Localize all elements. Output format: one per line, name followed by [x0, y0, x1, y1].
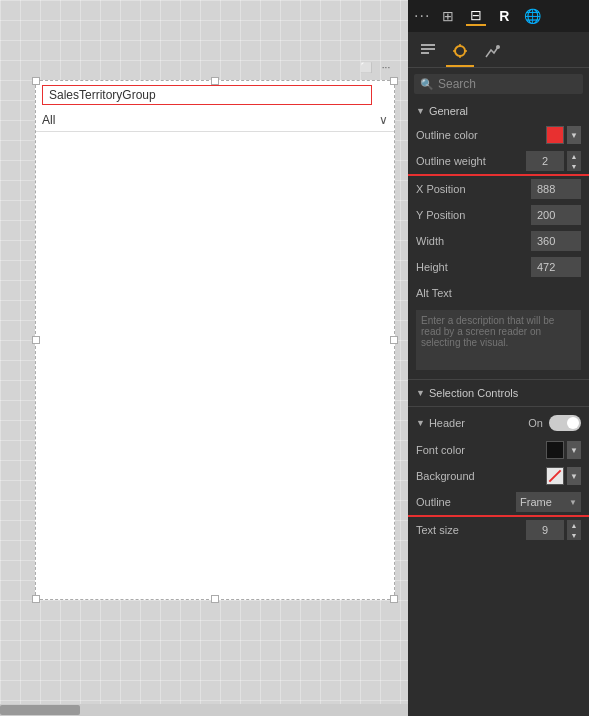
handle-middle-right[interactable]	[390, 336, 398, 344]
y-position-control[interactable]: 200	[531, 205, 581, 225]
height-control[interactable]: 472	[531, 257, 581, 277]
toolbar-icon-format[interactable]: ⊟	[466, 6, 486, 26]
panel-toolbar: ··· ⊞ ⊟ R 🌐	[408, 0, 589, 32]
font-color-swatch[interactable]	[546, 441, 564, 459]
svg-rect-1	[421, 48, 435, 50]
outline-weight-input[interactable]: 2	[526, 151, 564, 171]
y-position-label: Y Position	[416, 209, 531, 221]
font-color-label: Font color	[416, 444, 546, 456]
outline-color-control[interactable]: ▼	[546, 126, 581, 144]
height-row: Height 472	[408, 254, 589, 280]
toolbar-icon-table[interactable]: ⊞	[438, 6, 458, 26]
handle-bottom-center[interactable]	[211, 595, 219, 603]
panel-tabs	[408, 32, 589, 68]
y-position-row: Y Position 200	[408, 202, 589, 228]
outline-value: Frame	[520, 496, 552, 508]
outline-weight-spinner[interactable]: ▲ ▼	[567, 151, 581, 171]
font-color-dropdown-btn[interactable]: ▼	[567, 441, 581, 459]
width-value[interactable]: 360	[531, 231, 581, 251]
alt-text-input[interactable]	[416, 310, 581, 370]
text-size-label: Text size	[416, 524, 526, 536]
toolbar-icon-r[interactable]: R	[494, 6, 514, 26]
svg-point-3	[455, 46, 465, 56]
header-toggle-status: On	[528, 417, 543, 429]
outline-weight-row: Outline weight 2 ▲ ▼	[408, 148, 589, 176]
svg-rect-0	[421, 44, 435, 46]
outline-color-label: Outline color	[416, 129, 546, 141]
text-size-row: Text size 9 ▲ ▼	[408, 517, 589, 543]
search-bar[interactable]: 🔍	[414, 74, 583, 94]
tab-analytics[interactable]	[478, 39, 506, 67]
height-label: Height	[416, 261, 531, 273]
text-size-down[interactable]: ▼	[567, 530, 581, 540]
header-toggle-switch[interactable]	[549, 415, 581, 431]
section-selection-label: Selection Controls	[429, 387, 518, 399]
background-control[interactable]: ▼	[546, 467, 581, 485]
right-panel: ··· ⊞ ⊟ R 🌐 🔍	[408, 0, 589, 716]
svg-rect-2	[421, 52, 429, 54]
toolbar-dots: ···	[414, 7, 430, 25]
text-size-up[interactable]: ▲	[567, 520, 581, 530]
canvas-area: ⬜ ··· SalesTerritoryGroup All ∨	[0, 0, 408, 716]
visual-icon-expand[interactable]: ⬜	[358, 59, 374, 75]
header-chevron-icon: ▼	[416, 418, 425, 428]
text-size-spinner[interactable]: ▲ ▼	[567, 520, 581, 540]
outline-weight-control[interactable]: 2 ▲ ▼	[526, 151, 581, 171]
text-size-control[interactable]: 9 ▲ ▼	[526, 520, 581, 540]
divider-1	[408, 379, 589, 380]
section-selection-controls-header[interactable]: ▼ Selection Controls	[408, 382, 589, 404]
background-row: Background ▼	[408, 463, 589, 489]
tab-format[interactable]	[446, 39, 474, 67]
header-toggle-knob	[567, 417, 579, 429]
x-position-value[interactable]: 888	[531, 179, 581, 199]
outline-control[interactable]: Frame ▼	[516, 492, 581, 512]
divider-2	[408, 406, 589, 407]
width-control[interactable]: 360	[531, 231, 581, 251]
background-label: Background	[416, 470, 546, 482]
x-position-row: X Position 888	[408, 176, 589, 202]
canvas-scrollbar-thumb[interactable]	[0, 705, 80, 715]
visual-dropdown[interactable]: All ∨	[36, 109, 394, 132]
canvas-scrollbar[interactable]	[0, 704, 408, 716]
outline-color-dropdown-btn[interactable]: ▼	[567, 126, 581, 144]
handle-bottom-left[interactable]	[32, 595, 40, 603]
header-toggle-row: ▼ Header On	[408, 409, 589, 437]
outline-weight-up[interactable]: ▲	[567, 151, 581, 161]
x-position-label: X Position	[416, 183, 531, 195]
visual-icon-more[interactable]: ···	[378, 59, 394, 75]
x-position-control[interactable]: 888	[531, 179, 581, 199]
outline-label: Outline	[416, 496, 516, 508]
outline-dropdown[interactable]: Frame ▼	[516, 492, 581, 512]
section-selection-chevron-icon: ▼	[416, 388, 425, 398]
outline-weight-label: Outline weight	[416, 155, 526, 167]
outline-row: Outline Frame ▼	[408, 489, 589, 517]
width-row: Width 360	[408, 228, 589, 254]
background-dropdown-btn[interactable]: ▼	[567, 467, 581, 485]
outline-color-row: Outline color ▼	[408, 122, 589, 148]
background-swatch[interactable]	[546, 467, 564, 485]
handle-bottom-right[interactable]	[390, 595, 398, 603]
dropdown-chevron-icon: ∨	[379, 113, 388, 127]
outline-color-swatch[interactable]	[546, 126, 564, 144]
height-value[interactable]: 472	[531, 257, 581, 277]
text-size-input[interactable]: 9	[526, 520, 564, 540]
header-toggle-label: Header	[429, 417, 465, 429]
outline-dropdown-arrow-icon: ▼	[569, 498, 577, 507]
y-position-value[interactable]: 200	[531, 205, 581, 225]
section-general-header[interactable]: ▼ General	[408, 100, 589, 122]
panel-content: ▼ General Outline color ▼ Outline weight…	[408, 100, 589, 716]
outline-weight-down[interactable]: ▼	[567, 161, 581, 171]
header-toggle-label-group: ▼ Header	[416, 417, 528, 429]
visual-header: SalesTerritoryGroup	[36, 81, 394, 109]
section-general-chevron-icon: ▼	[416, 106, 425, 116]
toolbar-icon-globe[interactable]: 🌐	[522, 6, 542, 26]
visual-container[interactable]: ⬜ ··· SalesTerritoryGroup All ∨	[35, 80, 395, 600]
dropdown-value: All	[42, 113, 55, 127]
handle-middle-left[interactable]	[32, 336, 40, 344]
search-input[interactable]	[438, 77, 577, 91]
search-icon: 🔍	[420, 78, 434, 91]
font-color-control[interactable]: ▼	[546, 441, 581, 459]
width-label: Width	[416, 235, 531, 247]
visual-title[interactable]: SalesTerritoryGroup	[42, 85, 372, 105]
tab-fields[interactable]	[414, 39, 442, 67]
